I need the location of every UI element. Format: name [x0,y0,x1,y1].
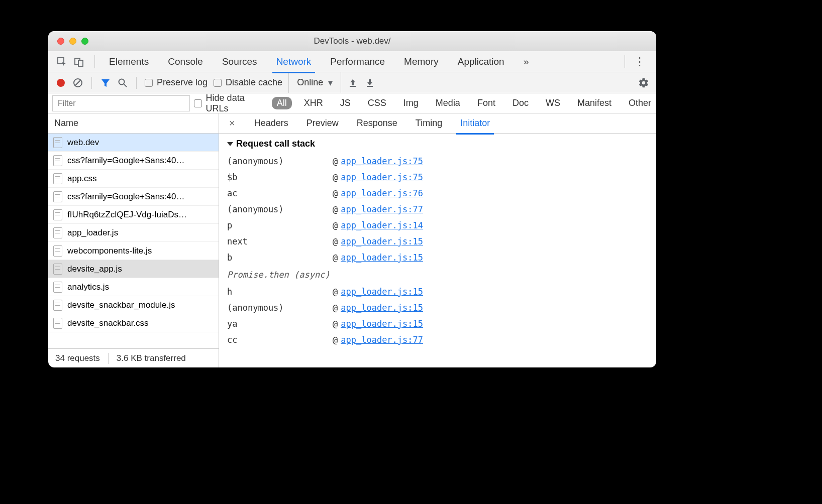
detail-tab-preview[interactable]: Preview [304,115,341,132]
filter-img[interactable]: Img [398,97,424,109]
detail-tab-headers[interactable]: Headers [252,115,290,132]
file-icon [53,209,62,220]
source-link[interactable]: app_loader.js:77 [341,332,423,348]
svg-rect-2 [78,60,83,66]
download-icon[interactable] [364,77,375,88]
separator [94,55,95,68]
request-name: devsite_app.js [67,264,122,274]
filter-input[interactable] [52,95,190,111]
stack-frame: $b@app_loader.js:75 [227,169,648,185]
filter-js[interactable]: JS [335,97,356,109]
request-row[interactable]: fIUhRq6tzZclQEJ-Vdg-IuiaDs… [48,206,219,224]
search-icon[interactable] [117,77,128,88]
filter-all[interactable]: All [272,97,292,109]
at-symbol: @ [333,201,338,217]
device-toolbar-icon[interactable] [72,55,85,68]
filter-manifest[interactable]: Manifest [572,97,616,109]
detail-tab-response[interactable]: Response [355,115,399,132]
request-row[interactable]: app.css [48,170,219,188]
filter-css[interactable]: CSS [363,97,391,109]
request-count: 34 requests [55,353,100,363]
more-options-icon[interactable]: ⋮ [630,55,649,68]
zoom-window-button[interactable] [81,38,88,45]
request-row[interactable]: devsite_snackbar.css [48,314,219,332]
stack-function: h [227,284,333,300]
name-column-header[interactable]: Name [48,113,219,134]
inspect-element-icon[interactable] [55,55,68,68]
request-row[interactable]: app_loader.js [48,224,219,242]
request-name: app.css [67,174,97,184]
source-link[interactable]: app_loader.js:15 [341,233,423,249]
disable-cache-label: Disable cache [226,77,282,88]
record-button[interactable] [55,77,66,88]
source-link[interactable]: app_loader.js:15 [341,300,423,316]
source-link[interactable]: app_loader.js:14 [341,217,423,233]
hide-data-urls-checkbox[interactable]: Hide data URLs [194,93,265,114]
filter-ws[interactable]: WS [541,97,565,109]
tab-sources[interactable]: Sources [220,52,259,71]
filter-media[interactable]: Media [431,97,465,109]
filter-doc[interactable]: Doc [507,97,534,109]
tab-network[interactable]: Network [274,52,314,71]
at-symbol: @ [333,217,338,233]
at-symbol: @ [333,185,338,201]
request-row[interactable]: analytics.js [48,278,219,296]
main-tab-bar: Elements Console Sources Network Perform… [48,51,656,72]
throttling-select[interactable]: Online ▾ [288,72,341,93]
request-name: css?family=Google+Sans:40… [67,156,184,166]
filter-font[interactable]: Font [472,97,500,109]
clear-icon[interactable] [72,77,83,88]
resource-type-filters: All XHR JS CSS Img Media Font Doc WS Man… [272,97,656,109]
request-name: fIUhRq6tzZclQEJ-Vdg-IuiaDs… [67,210,187,220]
file-icon [53,245,62,257]
source-link[interactable]: app_loader.js:15 [341,316,423,332]
source-link[interactable]: app_loader.js:75 [341,153,423,169]
close-window-button[interactable] [57,38,64,45]
stack-function: next [227,233,333,249]
preserve-log-label: Preserve log [157,77,208,88]
request-row[interactable]: web.dev [48,134,219,152]
request-row[interactable]: webcomponents-lite.js [48,242,219,260]
detail-tab-timing[interactable]: Timing [414,115,444,132]
detail-tab-initiator[interactable]: Initiator [458,115,492,132]
window-title: DevTools - web.dev/ [48,36,656,46]
file-icon [53,227,62,238]
stack-frame: p@app_loader.js:14 [227,217,648,233]
at-symbol: @ [333,316,338,332]
upload-icon[interactable] [347,77,358,88]
minimize-window-button[interactable] [69,38,76,45]
request-row[interactable]: css?family=Google+Sans:40… [48,152,219,170]
detail-tab-bar: × Headers Preview Response Timing Initia… [219,113,656,134]
request-row[interactable]: devsite_app.js [48,260,219,278]
file-icon [53,282,62,293]
content-area: Name web.devcss?family=Google+Sans:40…ap… [48,113,656,367]
tab-console[interactable]: Console [166,52,205,71]
close-icon[interactable]: × [226,117,238,129]
source-link[interactable]: app_loader.js:76 [341,185,423,201]
source-link[interactable]: app_loader.js:77 [341,201,423,217]
gear-icon[interactable] [638,77,649,88]
filter-other[interactable]: Other [624,97,656,109]
call-stack-section-header[interactable]: Request call stack [227,139,648,149]
stack-frame: (anonymous)@app_loader.js:77 [227,201,648,217]
tab-performance[interactable]: Performance [328,52,387,71]
source-link[interactable]: app_loader.js:75 [341,169,423,185]
source-link[interactable]: app_loader.js:15 [341,249,423,266]
request-row[interactable]: css?family=Google+Sans:40… [48,188,219,206]
tab-memory[interactable]: Memory [402,52,441,71]
tab-application[interactable]: Application [456,52,506,71]
request-name: app_loader.js [67,228,118,238]
tabs-overflow[interactable]: » [522,52,531,71]
request-row[interactable]: devsite_snackbar_module.js [48,296,219,314]
filter-icon[interactable] [100,77,111,88]
filter-xhr[interactable]: XHR [299,97,328,109]
svg-point-5 [119,79,125,84]
svg-line-6 [124,84,127,87]
stack-function: ya [227,316,333,332]
source-link[interactable]: app_loader.js:15 [341,284,423,300]
preserve-log-checkbox[interactable]: Preserve log [145,77,208,88]
disable-cache-checkbox[interactable]: Disable cache [214,77,282,88]
tab-elements[interactable]: Elements [107,52,151,71]
separator [91,77,92,89]
throttling-value: Online [297,77,323,88]
